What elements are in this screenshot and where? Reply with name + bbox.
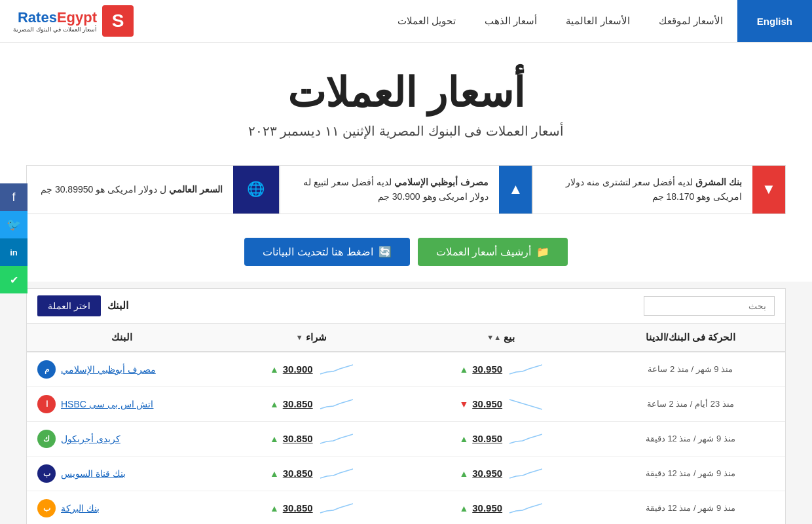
bank-cell: بنك البركة ب <box>27 491 217 524</box>
nav-link[interactable]: الأسعار العالمية <box>551 0 644 42</box>
whatsapp-button[interactable]: ✔ <box>0 266 28 293</box>
table-row: منذ 9 شهر / منذ 12 دقيقة 30.950 ▲ 30.850… <box>27 491 785 524</box>
best-sell-card: ▲ مصرف أبوظبي الإسلامي لديه أفضل سعر لتب… <box>280 165 533 214</box>
twitter-button[interactable]: 🐦 <box>0 211 28 238</box>
sell-chart <box>506 501 542 515</box>
buy-price[interactable]: 30.850 <box>283 433 313 444</box>
bank-column-header: البنك <box>27 324 217 351</box>
english-button[interactable]: English <box>737 0 812 42</box>
bank-name[interactable]: بنك البركة <box>61 503 100 514</box>
buy-chart <box>317 466 353 481</box>
global-rate-label: السعر العالمي <box>169 184 223 195</box>
logo: S EgyptRates أسعار العملات في البنوك الم… <box>13 5 134 37</box>
buy-arrow-icon: ▲ <box>270 364 279 375</box>
search-input[interactable] <box>652 301 766 311</box>
sell-price[interactable]: 30.950 <box>472 502 502 514</box>
bank-cell: كريدى أجريكول ك <box>27 422 217 456</box>
sell-chart <box>506 397 542 411</box>
move-cell: منذ 9 شهر / منذ 2 ساعة <box>596 356 786 382</box>
nav-link[interactable]: تحويل العملات <box>383 0 470 42</box>
up-arrow-icon: ▲ <box>499 166 532 214</box>
buy-cell: 30.850 ▲ <box>217 493 407 523</box>
sell-col-label: بيع <box>504 331 515 343</box>
buy-price[interactable]: 30.900 <box>283 364 313 375</box>
sell-arrow-icon: ▲ <box>459 503 468 514</box>
bank-name[interactable]: كريدى أجريكول <box>61 434 120 444</box>
buy-chart <box>317 397 353 411</box>
logo-s-icon: S <box>102 5 134 37</box>
buy-chart <box>317 362 353 377</box>
nav-links: الأسعار لموقعكالأسعار العالميةأسعار الذه… <box>383 0 737 42</box>
sell-price[interactable]: 30.950 <box>472 398 502 409</box>
buy-chart <box>317 501 353 515</box>
down-arrow-icon: ▼ <box>752 166 785 214</box>
sell-cell: 30.950 ▲ <box>406 458 596 489</box>
buy-price[interactable]: 30.850 <box>283 398 313 409</box>
best-buy-bank: بنك المشرق <box>695 177 742 187</box>
sell-arrow-icon: ▼ <box>459 399 468 409</box>
sell-price[interactable]: 30.950 <box>472 364 502 375</box>
archive-button[interactable]: 📁 أرشيف أسعار العملات <box>418 238 568 266</box>
global-rate-text: السعر العالمي ل دولار امريكى هو 30.89950… <box>27 173 233 206</box>
move-cell: منذ 9 شهر / منذ 12 دقيقة <box>596 460 786 486</box>
nav-link[interactable]: الأسعار لموقعك <box>644 0 737 42</box>
search-box[interactable] <box>644 296 775 316</box>
best-sell-text: مصرف أبوظبي الإسلامي لديه أفضل سعر لتبيع… <box>280 166 500 214</box>
table-row: منذ 9 شهر / منذ 12 دقيقة 30.950 ▲ 30.850… <box>27 422 785 457</box>
action-buttons: 📁 أرشيف أسعار العملات 🔄 اضغط هنا لتحديث … <box>0 227 812 282</box>
bank-name[interactable]: مصرف أبوظبي الإسلامي <box>61 364 156 375</box>
best-sell-bank: مصرف أبوظبي الإسلامي <box>394 177 489 187</box>
buy-cell: 30.900 ▲ <box>217 354 407 384</box>
update-button[interactable]: 🔄 اضغط هنا لتحديث البيانات <box>244 238 409 266</box>
logo-egypt: Egypt <box>57 9 97 26</box>
best-buy-card: ▼ بنك المشرق لديه أفضل سعر لتشترى منه دو… <box>532 165 786 214</box>
buy-arrow-icon: ▲ <box>270 468 279 479</box>
currency-filter-button[interactable]: اختر العملة <box>37 295 101 316</box>
hero-subtitle: أسعار العملات فى البنوك المصرية الإثنين … <box>13 123 799 139</box>
sell-arrow-icon: ▲ <box>459 434 468 444</box>
sell-cell: 30.950 ▲ <box>406 424 596 454</box>
page-title: أسعار العملات <box>13 69 799 117</box>
table-row: منذ 9 شهر / منذ 2 ساعة 30.950 ▲ 30.900 ▲… <box>27 352 785 387</box>
buy-cell: 30.850 ▲ <box>217 458 407 489</box>
move-column-header: الحركة فى البنك/الدينا <box>596 324 786 351</box>
sell-chart <box>506 362 542 377</box>
buy-arrow-icon: ▲ <box>270 434 279 444</box>
nav-link[interactable]: أسعار الذهب <box>470 0 551 42</box>
facebook-button[interactable]: f <box>0 183 28 211</box>
refresh-icon: 🔄 <box>378 246 392 258</box>
buy-column-header[interactable]: شراء ▼ <box>217 324 407 351</box>
update-label: اضغط هنا لتحديث البيانات <box>263 246 373 258</box>
logo-area: S EgyptRates أسعار العملات في البنوك الم… <box>0 5 134 37</box>
buy-price[interactable]: 30.850 <box>283 502 313 514</box>
rates-table-section: البنك اختر العملة الحركة فى البنك/الدينا… <box>26 288 786 524</box>
buy-sort-icon: ▼ <box>296 333 303 341</box>
buy-arrow-icon: ▲ <box>270 503 279 514</box>
bank-cell: بنك قناة السويس ب <box>27 457 217 491</box>
table-body: منذ 9 شهر / منذ 2 ساعة 30.950 ▲ 30.900 ▲… <box>27 352 785 524</box>
bank-column-label: البنك <box>107 299 128 312</box>
bank-name[interactable]: بنك قناة السويس <box>61 468 126 479</box>
table-column-headers: الحركة فى البنك/الدينا بيع ▲▼ شراء ▼ الب… <box>27 324 785 352</box>
sell-price[interactable]: 30.950 <box>472 433 502 444</box>
logo-sub: أسعار العملات في البنوك المصرية <box>13 26 97 33</box>
move-cell: منذ 9 شهر / منذ 12 دقيقة <box>596 426 786 451</box>
sell-column-header[interactable]: بيع ▲▼ <box>406 324 596 351</box>
table-header: البنك اختر العملة <box>27 289 785 324</box>
bank-name[interactable]: اتش اس بى سى HSBC <box>61 399 153 409</box>
table-row: منذ 9 شهر / منذ 12 دقيقة 30.950 ▲ 30.850… <box>27 457 785 491</box>
sell-price[interactable]: 30.950 <box>472 468 502 479</box>
buy-cell: 30.850 ▲ <box>217 389 407 419</box>
linkedin-button[interactable]: in <box>0 238 28 266</box>
sell-arrow-icon: ▲ <box>459 468 468 479</box>
buy-price[interactable]: 30.850 <box>283 468 313 479</box>
buy-cell: 30.850 ▲ <box>217 424 407 454</box>
sell-chart <box>506 466 542 481</box>
sell-cell: 30.950 ▲ <box>406 493 596 523</box>
bank-filter: البنك اختر العملة <box>37 295 128 316</box>
info-cards: ▼ بنك المشرق لديه أفضل سعر لتشترى منه دو… <box>0 152 812 227</box>
hero-section: أسعار العملات أسعار العملات فى البنوك ال… <box>0 43 812 152</box>
sell-chart <box>506 432 542 446</box>
move-cell: منذ 23 أيام / منذ 2 ساعة <box>596 391 786 417</box>
bank-cell: اتش اس بى سى HSBC ا <box>27 387 217 421</box>
